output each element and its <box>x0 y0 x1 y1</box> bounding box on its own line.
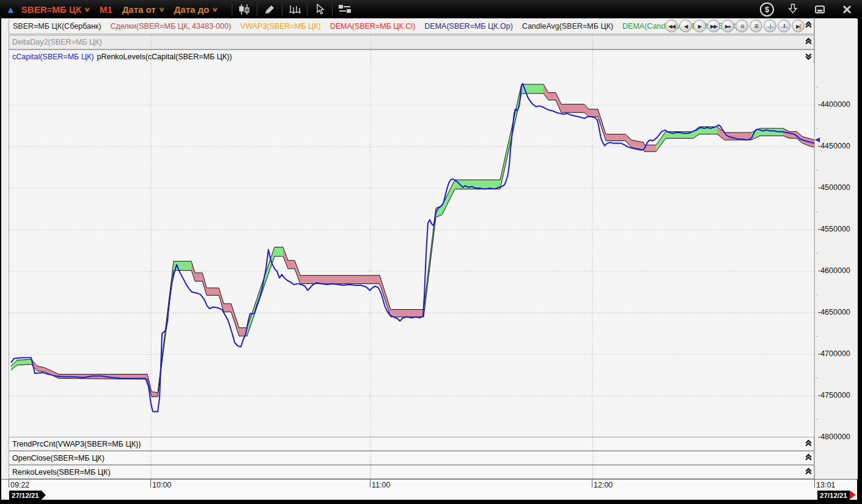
chevron-down-icon: ∨ <box>211 5 219 13</box>
tslab-chart-window: ▲ SBER=МБ ЦК ∨ M1 Дата от ∨ Дата до ∨ <box>0 0 862 504</box>
grid-dots <box>592 437 593 450</box>
start-date-label: 27/12/21 <box>12 492 39 499</box>
indicator-labels: SBER=МБ ЦК(Сбербанк)Сделки(SBER=МБ ЦК, 4… <box>9 22 741 31</box>
forward-arrow-icon <box>850 491 856 499</box>
time-tick <box>370 480 370 488</box>
money-dollar-icon[interactable]: $ <box>760 2 774 16</box>
scroll-left-button[interactable]: ◀ <box>679 20 692 32</box>
price-tick-label: -4550000 <box>818 225 850 233</box>
toolbar-separator <box>282 2 282 16</box>
collapse-panel-icon[interactable] <box>805 38 813 46</box>
indicator-label[interactable]: SBER=МБ ЦК(Сбербанк) <box>13 22 101 31</box>
collapse-main-panel-icon[interactable] <box>805 21 813 30</box>
pencil-icon[interactable] <box>262 2 278 16</box>
price-minor-tick: ·· <box>816 292 817 298</box>
deltaday2-panel-header[interactable]: DeltaDay2(SBER=МБ ЦК) <box>9 35 814 49</box>
grid-dots <box>151 35 152 49</box>
price-tick-label: -4400000 <box>818 100 850 109</box>
compress-bars-button[interactable]: →‖← <box>778 20 790 32</box>
go-to-last-bar-button[interactable]: ▶▸ <box>721 20 734 32</box>
time-tick <box>150 480 151 488</box>
price-minor-tick: ·· <box>816 334 817 339</box>
price-tick-label: -4650000 <box>818 308 850 316</box>
window-controls: $ <box>760 0 855 18</box>
grid-dots <box>151 437 152 450</box>
download-icon[interactable] <box>785 2 801 16</box>
grid-dots <box>151 466 152 478</box>
trendprccnt-panel-label[interactable]: TrendPrcCnt(VWAP3(SBER=МБ ЦК)) <box>9 440 141 448</box>
compress-horizontal-button[interactable]: →|← <box>764 20 776 32</box>
date-from-selector[interactable]: Дата от ∨ <box>122 4 164 15</box>
zoom-window-button[interactable]: ⊞ <box>750 20 762 32</box>
cursor-icon[interactable] <box>312 2 328 16</box>
date-to-selector[interactable]: Дата до ∨ <box>174 4 218 15</box>
price-minor-tick: ·· <box>816 250 817 256</box>
deltaday2-label[interactable]: DeltaDay2(SBER=МБ ЦК) <box>9 38 102 46</box>
time-tick <box>592 480 592 488</box>
toolbar-separator <box>257 2 257 16</box>
timeframe-selector[interactable]: M1 <box>100 4 112 15</box>
collapse-panel-icon[interactable] <box>805 440 813 448</box>
time-tick-label: 13:01 <box>816 481 835 489</box>
ccapital-label[interactable]: cCapital(SBER=МБ ЦК) <box>9 53 94 61</box>
indicator-label[interactable]: Сделки(SBER=МБ ЦК, 43483-000) <box>110 22 231 31</box>
renkolevels-panel-label[interactable]: RenkoLevels(SBER=МБ ЦК) <box>9 468 111 477</box>
date-to-label: Дата до <box>174 4 210 15</box>
scroll-to-start-button[interactable]: ◀◀ <box>665 20 678 32</box>
indicator-labels-row: SBER=МБ ЦК(Сбербанк)Сделки(SBER=МБ ЦК, 4… <box>9 19 814 34</box>
price-tick-label: -4450000 <box>818 142 850 150</box>
grid-dots <box>370 466 371 478</box>
price-minor-tick: ·· <box>816 84 817 90</box>
indicator-label[interactable]: VWAP3(SBER=МБ ЦК) <box>240 22 321 31</box>
jump-to-end-button[interactable]: ▶| <box>792 20 805 32</box>
grid-dots <box>592 466 593 478</box>
trendprccnt-panel-header[interactable]: TrendPrcCnt(VWAP3(SBER=МБ ЦК)) <box>9 437 814 451</box>
expand-panel-icon[interactable] <box>805 53 813 61</box>
price-tick-label: -4750000 <box>818 391 850 400</box>
end-date-label: 27/12/21 <box>820 492 847 499</box>
grid-dots <box>151 50 152 64</box>
renkolevels-panel-header[interactable]: RenkoLevels(SBER=МБ ЦК) <box>9 465 814 479</box>
collapse-panel-icon[interactable] <box>805 454 813 462</box>
price-tick-label: -4500000 <box>818 183 850 192</box>
scroll-to-end-button[interactable]: ▶▶ <box>707 20 720 32</box>
price-tick-label: -4600000 <box>818 266 850 275</box>
time-tick-label: 11:00 <box>372 481 390 489</box>
date-badge-start: 27/12/21 <box>9 491 46 500</box>
indicator-label[interactable]: CandleAvg(SBER=МБ ЦК) <box>522 22 613 31</box>
price-minor-tick: ·· <box>816 375 817 381</box>
chevron-down-icon: ∨ <box>83 5 91 13</box>
price-minor-tick: ·· <box>816 167 817 173</box>
indicator-list-icon[interactable] <box>337 2 353 16</box>
toolbar-separator <box>332 2 333 16</box>
indicator-label[interactable]: DEMA(SBER=МБ ЦК.Op) <box>424 22 513 31</box>
grid-dots <box>370 50 371 64</box>
price-minor-tick: ·· <box>816 209 817 214</box>
prenkolevels-label[interactable]: pRenkoLevels(cCapital(SBER=МБ ЦК)) <box>94 53 232 61</box>
zoom-out-button[interactable]: ⊖ <box>735 20 748 32</box>
openclose-panel-label[interactable]: OpenClose(SBER=МБ ЦК) <box>9 454 105 462</box>
cluster-chart-icon[interactable] <box>287 2 303 16</box>
grid-dots <box>370 437 371 450</box>
date-badge-end: 27/12/21 <box>817 491 850 500</box>
toolbar-separator <box>307 2 308 16</box>
grid-dots <box>370 451 371 464</box>
candlestick-chart-icon[interactable] <box>237 2 252 16</box>
openclose-panel-header[interactable]: OpenClose(SBER=МБ ЦК) <box>9 451 814 465</box>
close-window-icon[interactable] <box>839 2 855 16</box>
restore-window-icon[interactable] <box>812 2 828 16</box>
date-from-label: Дата от <box>122 4 156 15</box>
toolbar: ▲ SBER=МБ ЦК ∨ M1 Дата от ∨ Дата до ∨ <box>0 0 862 19</box>
indicator-label[interactable]: DEMA(SBER=МБ ЦК.Cl) <box>330 22 416 31</box>
time-tick <box>9 480 9 488</box>
time-tick-label: 10:00 <box>152 481 171 489</box>
scroll-right-button[interactable]: ▶ <box>693 20 706 32</box>
collapse-panel-icon[interactable] <box>805 468 813 477</box>
price-minor-tick: ·· <box>816 126 817 131</box>
symbol-selector[interactable]: SBER=МБ ЦК ∨ <box>21 4 90 15</box>
chart-nav-buttons: ◀◀◀▶▶▶▶▸⊖⊞→|←→‖←▶| <box>665 20 805 32</box>
price-tick-label: -4800000 <box>818 433 850 441</box>
price-chart[interactable] <box>9 64 815 437</box>
last-value-marker <box>815 137 820 142</box>
grid-dots <box>592 35 593 49</box>
